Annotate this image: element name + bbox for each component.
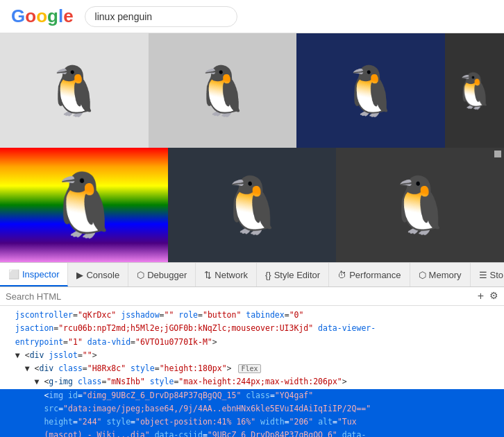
tab-network[interactable]: ⇅ Network [196, 263, 257, 286]
tab-performance[interactable]: ⏱ Performance [329, 263, 410, 286]
performance-label: Performance [349, 270, 401, 280]
network-label: Network [215, 270, 248, 280]
code-line-5: ▼ <div class="H8Rx8c" style="height:180p… [0, 362, 504, 375]
tab-style-editor[interactable]: {} Style Editor [257, 263, 329, 286]
inspector-label: Inspector [22, 269, 59, 280]
add-node-button[interactable]: + [478, 290, 484, 302]
html-search-icons: + ⚙ [478, 290, 498, 302]
debugger-label: Debugger [147, 270, 187, 280]
storage-label: Sto... [490, 270, 504, 280]
image-cell-7[interactable]: 🐧 [336, 148, 504, 262]
code-line-8: src="data:image/jpeg;base64,/9j/4AA..ebn… [0, 402, 504, 415]
debugger-icon: ⬡ [137, 270, 144, 280]
image-cell-3[interactable]: 🐧 📰 MakeUseOf Why Is the Linux Logo a Pe… [296, 33, 445, 148]
image-cell-2[interactable]: 🐧 🐚 Shell Samurai Why the Linux Mas... [149, 33, 297, 148]
code-line-6: ▼ <g-img class="mNsIhb" style="max-heigh… [0, 375, 504, 388]
memory-icon: ⬡ [419, 270, 426, 280]
tab-debugger[interactable]: ⬡ Debugger [128, 263, 196, 286]
network-icon: ⇅ [204, 270, 212, 280]
style-editor-label: Style Editor [274, 270, 320, 280]
inspector-icon: ⬜ [8, 269, 19, 280]
image-row-2: 🐧 🐧 🐧 [0, 148, 504, 262]
google-header: Google linux penguin [0, 0, 504, 33]
console-label: Console [86, 270, 119, 280]
console-icon: ▶ [76, 270, 83, 280]
image-cell-1[interactable]: 🐧 w Wikipedia Tux (mascot) - Wiki... [0, 33, 149, 148]
style-editor-icon: {} [265, 270, 271, 280]
code-line-2: jsaction="rcu06b:npT2md;h5Ml2e;jGOF0b:kN… [0, 322, 504, 335]
search-value: linux penguin [95, 11, 153, 22]
image-cell-4[interactable]: 🐧 a Amazon Linux Tu... [445, 33, 504, 148]
performance-icon: ⏱ [337, 270, 346, 280]
image-badge [494, 151, 501, 157]
code-line-4: ▼ <div jsslot=""> [0, 349, 504, 362]
tab-storage[interactable]: ☰ Sto... [471, 263, 504, 286]
image-row-1: 🐧 w Wikipedia Tux (mascot) - Wiki... 🐧 🐚… [0, 33, 504, 148]
html-search-bar: + ⚙ [0, 287, 504, 306]
devtools-toolbar: ⬜ Inspector ▶ Console ⬡ Debugger ⇅ Netwo… [0, 262, 504, 287]
flex-badge: Flex [238, 364, 260, 373]
settings-button[interactable]: ⚙ [489, 290, 498, 302]
code-area: jscontroller="qKrDxc" jsshadow="" role="… [0, 306, 504, 437]
tab-inspector[interactable]: ⬜ Inspector [0, 263, 68, 286]
code-line-1: jscontroller="qKrDxc" jsshadow="" role="… [0, 309, 504, 322]
search-html-input[interactable] [6, 291, 473, 302]
code-line-3: entrypoint="1" data-vhid="6VTO1u0770Ik-M… [0, 336, 504, 349]
image-cell-6[interactable]: 🐧 [168, 148, 336, 262]
image-cell-5[interactable]: 🐧 [0, 148, 168, 262]
tab-console[interactable]: ▶ Console [68, 263, 128, 286]
memory-label: Memory [429, 270, 462, 280]
tab-memory[interactable]: ⬡ Memory [410, 263, 471, 286]
code-line-9: height="244" style="object-position:41% … [0, 415, 504, 429]
search-bar[interactable]: linux penguin [85, 6, 237, 27]
google-logo: Google [11, 6, 74, 27]
code-line-10: (mascot) - Wiki...dia" data-csiid="9UBcZ… [0, 429, 504, 437]
code-line-7: <img id="dimg_9UBcZ_6_DrvDp84P37qBgQQ_15… [0, 389, 504, 402]
storage-icon: ☰ [479, 270, 487, 280]
